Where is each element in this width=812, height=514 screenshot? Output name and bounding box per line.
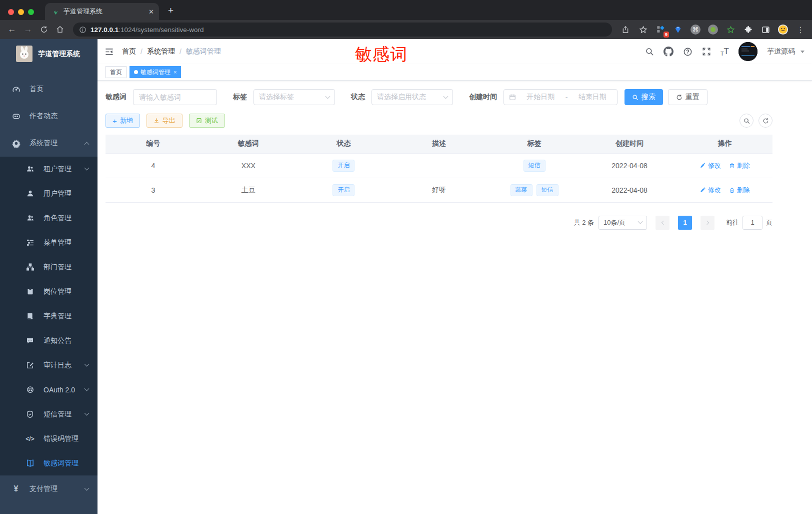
- next-page-button[interactable]: [700, 216, 714, 230]
- sidebar-item-menu[interactable]: 菜单管理: [0, 230, 98, 255]
- side-panel-icon[interactable]: [759, 23, 772, 36]
- current-page[interactable]: 1: [678, 216, 692, 230]
- search-icon[interactable]: [645, 47, 654, 56]
- breadcrumb-separator: /: [180, 48, 182, 56]
- status-group: 状态 请选择启用状态: [351, 89, 453, 105]
- prev-page-button[interactable]: [656, 216, 670, 230]
- forward-icon[interactable]: →: [21, 23, 35, 37]
- sidebar-item-tenant[interactable]: 租户管理: [0, 157, 98, 181]
- window-minimize-button[interactable]: [18, 9, 24, 15]
- breadcrumb-system[interactable]: 系统管理: [147, 47, 175, 56]
- tag-sensitive-word[interactable]: 敏感词管理 ×: [130, 66, 181, 78]
- sidebar-item-role[interactable]: 角色管理: [0, 206, 98, 230]
- chevron-down-icon: [84, 485, 90, 490]
- breadcrumb-home[interactable]: 首页: [122, 47, 136, 56]
- extension-star-icon[interactable]: [724, 23, 737, 36]
- sidebar-item-notice[interactable]: 通知公告: [0, 328, 98, 353]
- sidebar-item-system[interactable]: 系统管理: [0, 130, 98, 157]
- col-tags: 标签: [486, 135, 582, 153]
- window-controls: [8, 9, 34, 15]
- extensions-puzzle-icon[interactable]: [742, 23, 754, 36]
- tag-home[interactable]: 首页: [106, 66, 126, 78]
- reset-button[interactable]: 重置: [668, 89, 708, 105]
- help-icon[interactable]: [683, 47, 692, 57]
- chevron-down-icon: [444, 94, 448, 99]
- dashboard-icon: [10, 85, 22, 94]
- sidebar-item-label: 敏感词管理: [44, 459, 78, 468]
- browser-tab[interactable]: 芋道管理系统 ✕: [45, 3, 159, 20]
- tree-list-icon: [24, 238, 36, 247]
- tag-select[interactable]: 请选择标签: [254, 89, 335, 105]
- user-menu-caret-icon[interactable]: [800, 51, 804, 53]
- status-select[interactable]: 请选择启用状态: [372, 89, 453, 105]
- robot-icon: [24, 385, 36, 394]
- extension-grid-icon[interactable]: 9: [654, 23, 667, 36]
- refresh-icon[interactable]: [758, 114, 772, 128]
- sidebar-item-post[interactable]: 岗位管理: [0, 279, 98, 304]
- add-button[interactable]: + 新增: [106, 114, 140, 128]
- extension-gem-icon[interactable]: [672, 23, 684, 36]
- sidebar-fold-icon[interactable]: [104, 47, 114, 57]
- extension-command-icon[interactable]: ⌘: [689, 23, 702, 36]
- github-icon[interactable]: [664, 47, 674, 57]
- test-button[interactable]: 测试: [189, 114, 225, 128]
- add-button-label: 新增: [120, 116, 133, 125]
- bookmark-star-icon[interactable]: [636, 23, 650, 36]
- chrome-menu-icon[interactable]: ⋮: [794, 23, 807, 36]
- sidebar-item-home[interactable]: 首页: [0, 76, 98, 103]
- fullscreen-icon[interactable]: [702, 47, 711, 56]
- delete-link[interactable]: 删除: [729, 161, 750, 170]
- chevron-down-icon: [638, 219, 643, 224]
- window-close-button[interactable]: [8, 9, 14, 15]
- col-description: 描述: [392, 135, 487, 153]
- sidebar-item-user[interactable]: 用户管理: [0, 181, 98, 206]
- sensitive-word-table: 编号 敏感词 状态 描述 标签 创建时间 操作 4 XXX 开启: [106, 135, 772, 203]
- user-avatar[interactable]: [738, 42, 758, 61]
- sidebar-item-sms[interactable]: 短信管理: [0, 402, 98, 426]
- export-button-label: 导出: [162, 116, 176, 125]
- status-badge: 开启: [332, 160, 354, 172]
- sidebar-item-author[interactable]: 作者动态: [0, 103, 98, 130]
- sidebar: 芋道管理系统 首页 作者动态 系统管理 租户管理: [0, 39, 98, 514]
- delete-link[interactable]: 删除: [729, 186, 750, 195]
- address-bar[interactable]: 127.0.0.1:1024/system/sensitive-word: [73, 23, 612, 37]
- sidebar-item-dept[interactable]: 部门管理: [0, 255, 98, 279]
- sidebar-item-oauth[interactable]: OAuth 2.0: [0, 377, 98, 402]
- back-icon[interactable]: ←: [5, 23, 19, 37]
- date-label: 创建时间: [469, 93, 497, 102]
- home-icon[interactable]: [53, 23, 67, 37]
- toggle-search-icon[interactable]: [740, 114, 754, 128]
- tag-group: 标签 请选择标签: [233, 89, 335, 105]
- sidebar-item-dict[interactable]: 字典管理: [0, 304, 98, 328]
- search-button[interactable]: 搜索: [624, 89, 663, 105]
- page-size-select[interactable]: 10条/页: [598, 216, 647, 230]
- window-zoom-button[interactable]: [28, 9, 34, 15]
- tag-badge: 短信: [536, 184, 558, 196]
- sidebar-item-audit[interactable]: 审计日志: [0, 353, 98, 377]
- url-text: 127.0.0.1:1024/system/sensitive-word: [90, 26, 204, 34]
- reload-icon[interactable]: [37, 23, 51, 37]
- sidebar-item-label: 支付管理: [30, 484, 58, 493]
- sidebar-item-label: 字典管理: [44, 312, 72, 321]
- username[interactable]: 芋道源码: [767, 47, 795, 56]
- font-size-icon[interactable]: TT: [720, 47, 729, 57]
- share-icon[interactable]: [619, 23, 632, 36]
- export-button[interactable]: 导出: [146, 114, 182, 128]
- edit-link[interactable]: 修改: [700, 161, 721, 170]
- sidebar-item-pay[interactable]: ¥ 支付管理: [0, 475, 98, 502]
- profile-avatar-icon[interactable]: [776, 23, 790, 36]
- table-row: 3 土豆 开启 好呀 蔬菜短信 2022-04-08 修改删除: [106, 178, 772, 202]
- keyword-input[interactable]: [133, 89, 217, 105]
- date-range-picker[interactable]: 开始日期 - 结束日期: [504, 89, 618, 105]
- goto-page-input[interactable]: [742, 216, 762, 230]
- extension-record-icon[interactable]: [706, 23, 720, 36]
- page-unit-label: 页: [766, 218, 772, 227]
- sidebar-item-errorcode[interactable]: </> 错误码管理: [0, 426, 98, 451]
- site-info-icon[interactable]: [79, 26, 86, 34]
- tag-close-icon[interactable]: ×: [174, 69, 176, 75]
- tab-close-icon[interactable]: ✕: [148, 8, 154, 16]
- col-created: 创建时间: [582, 135, 678, 153]
- edit-link[interactable]: 修改: [700, 186, 721, 195]
- new-tab-button[interactable]: +: [168, 5, 174, 16]
- sidebar-item-sensitive-word[interactable]: 敏感词管理: [0, 451, 98, 475]
